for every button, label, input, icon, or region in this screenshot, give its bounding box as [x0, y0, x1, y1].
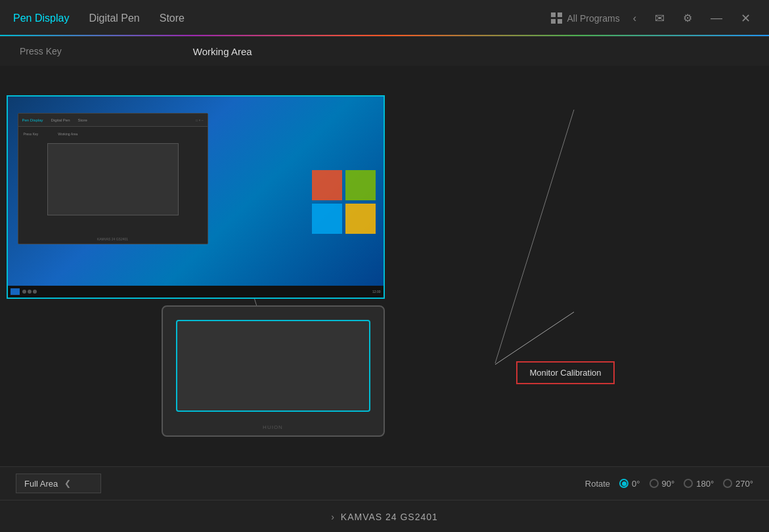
nested-area-rectangle — [47, 143, 179, 215]
nested-tab-store: Store — [78, 118, 87, 122]
nested-footer: KAMVAS 24 GS2401 — [18, 237, 208, 241]
tablet-brand-label: HUION — [163, 424, 384, 430]
rotate-270-radio[interactable] — [723, 479, 732, 488]
monitor-calibration-button[interactable]: Monitor Calibration — [516, 361, 614, 384]
apps-grid-icon — [551, 12, 562, 24]
apps-icon-group[interactable]: All Programs — [551, 12, 620, 24]
rotate-180-radio[interactable] — [684, 479, 693, 488]
minimize-button[interactable]: — — [705, 9, 728, 28]
page-body: Pen Display Digital Pen Store □ × – Pres… — [0, 66, 769, 532]
tablet-screen — [176, 320, 370, 412]
tab-digital-pen[interactable]: Digital Pen — [89, 10, 139, 27]
nested-dialog-body: Press Key Working Area — [18, 127, 208, 221]
subheader: Press Key Working Area — [0, 37, 769, 66]
all-programs-label: All Programs — [567, 13, 620, 24]
working-area-title: Working Area — [193, 46, 252, 57]
nested-press-key-label: Press Key — [24, 132, 39, 136]
rotate-90-radio[interactable] — [649, 479, 659, 488]
tab-pen-display[interactable]: Pen Display — [13, 10, 69, 27]
rotate-0-dot — [622, 481, 626, 486]
nested-dialog: Pen Display Digital Pen Store □ × – Pres… — [18, 113, 208, 244]
rotate-180-label: 180° — [696, 479, 714, 489]
chevron-back-button[interactable]: ‹ — [628, 10, 642, 27]
bottom-row-controls: Full Area ❮ Rotate 0° 90° — [0, 467, 769, 500]
titlebar-right: All Programs ‹ ✉ ⚙ — ✕ — [551, 9, 756, 28]
rotate-0-radio[interactable] — [619, 479, 628, 488]
monitor: Pen Display Digital Pen Store □ × – Pres… — [7, 95, 385, 299]
rotate-180-option[interactable]: 180° — [684, 479, 714, 489]
rotate-section: Rotate 0° 90° 180° — [585, 479, 753, 489]
nested-device-label: KAMVAS 24 GS2401 — [97, 237, 128, 241]
svg-line-3 — [495, 110, 574, 363]
windows-logo — [305, 116, 384, 287]
nested-tab-digital-pen: Digital Pen — [51, 118, 70, 122]
tablet: HUION — [162, 305, 385, 437]
titlebar: Pen Display Digital Pen Store All Progra… — [0, 0, 769, 37]
radio-group-rotate: 0° 90° 180° 270° — [619, 479, 753, 489]
area-selector[interactable]: Full Area ❮ — [16, 474, 101, 493]
area-selector-chevron-icon: ❮ — [64, 479, 71, 488]
area-selector-label: Full Area — [24, 479, 58, 489]
rotate-90-option[interactable]: 90° — [649, 479, 675, 489]
device-chevron-icon: › — [331, 512, 334, 522]
nested-tab-pen-display: Pen Display — [22, 118, 43, 122]
press-key-label: Press Key — [20, 46, 62, 56]
viz-wrapper: Pen Display Digital Pen Store □ × – Pres… — [0, 66, 769, 466]
settings-button[interactable]: ⚙ — [678, 9, 697, 27]
rotate-90-label: 90° — [662, 479, 675, 489]
nested-working-area-label: Working Area — [58, 132, 77, 136]
mail-button[interactable]: ✉ — [649, 9, 670, 28]
device-footer: › KAMVAS 24 GS2401 — [0, 500, 769, 532]
visualization-area: Pen Display Digital Pen Store □ × – Pres… — [155, 95, 615, 437]
monitor-taskbar: 12:00 — [8, 286, 384, 298]
rotate-label: Rotate — [585, 479, 610, 489]
tab-store[interactable]: Store — [160, 10, 185, 27]
close-button[interactable]: ✕ — [736, 9, 756, 28]
monitor-screen: Pen Display Digital Pen Store □ × – Pres… — [8, 97, 384, 298]
bottom-controls: Full Area ❮ Rotate 0° 90° — [0, 466, 769, 532]
rotate-270-option[interactable]: 270° — [723, 479, 753, 489]
svg-line-1 — [495, 312, 574, 365]
nav-tabs: Pen Display Digital Pen Store — [13, 10, 185, 27]
nested-dialog-header: Pen Display Digital Pen Store □ × – — [18, 114, 208, 127]
rotate-270-label: 270° — [736, 479, 753, 489]
rotate-0-option[interactable]: 0° — [619, 479, 640, 489]
device-name-label: KAMVAS 24 GS2401 — [341, 512, 438, 522]
rotate-0-label: 0° — [632, 479, 640, 489]
